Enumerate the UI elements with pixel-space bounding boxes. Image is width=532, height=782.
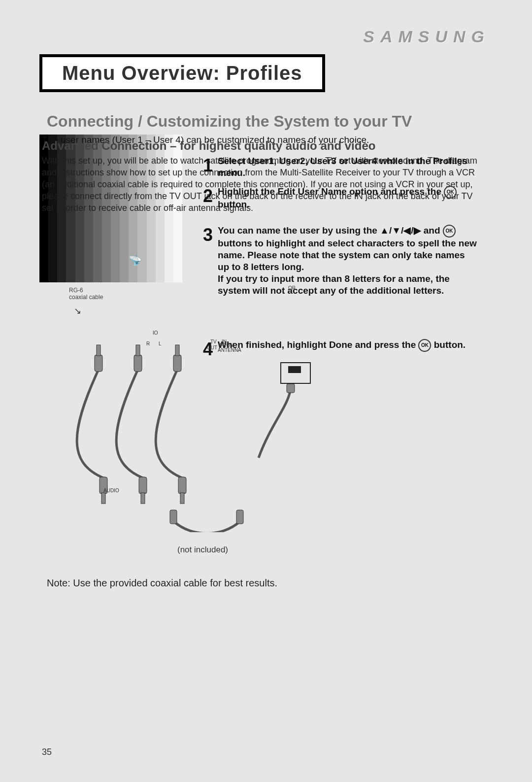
section-heading-overlap: Connecting / Customizing the System to y… [47, 112, 412, 131]
svg-rect-2 [134, 355, 142, 372]
step-number: 2 [203, 186, 218, 210]
step-text: Select User1, User2, User3 or User4 whil… [218, 155, 479, 179]
step-text-b: button. [218, 199, 249, 209]
page-title-box: Menu Overview: Profiles [39, 54, 325, 92]
svg-rect-7 [101, 493, 105, 504]
ok-icon: OK [418, 339, 431, 352]
brand-logo: SAMSUNG [363, 27, 490, 46]
svg-rect-10 [178, 477, 186, 494]
page-number: 35 [42, 747, 52, 757]
not-included-label: (not included) [177, 545, 228, 555]
rg6-label: RG-6 coaxial cable [69, 287, 103, 301]
step-number: 1 [203, 155, 218, 179]
footer-note: Note: Use the provided coaxial cable for… [47, 578, 277, 589]
step-2: 2 Highlight the Edit User Name option an… [203, 186, 479, 210]
step-text: You can name the user by using the ▲/▼/◀… [218, 225, 479, 297]
svg-rect-11 [180, 493, 184, 504]
svg-rect-3 [136, 345, 140, 356]
page-title: Menu Overview: Profiles [62, 62, 302, 84]
ok-icon: OK [443, 225, 456, 238]
audio-label: AUDIO [103, 488, 119, 493]
svg-rect-13 [236, 510, 243, 524]
step-3: 3 You can name the user by using the ▲/▼… [203, 225, 479, 297]
svg-rect-12 [170, 510, 177, 524]
step-text: Highlight the Edit User Name option and … [218, 186, 479, 210]
step-text-c: If you try to input more than 8 letters … [218, 273, 450, 296]
antenna-port-diagram [256, 362, 335, 484]
svg-rect-1 [97, 345, 100, 356]
or-label: OR [288, 285, 296, 291]
step-text-a: You can name the user by using the ▲/▼/◀… [218, 225, 443, 236]
step-text-b: button. [434, 340, 466, 350]
step-1: 1 Select User1, User2, User3 or User4 wh… [203, 155, 479, 179]
ok-icon: OK [444, 186, 457, 199]
svg-rect-14 [287, 384, 295, 393]
cable-diagram [39, 306, 266, 532]
step-number: 3 [203, 225, 218, 297]
antenna-port-icon [280, 362, 311, 384]
subheading-overlap: Advanced Connection – for highest qualit… [42, 139, 375, 153]
document-page: SAMSUNG Menu Overview: Profiles Connecti… [0, 0, 532, 782]
svg-rect-0 [95, 355, 102, 372]
svg-rect-5 [175, 345, 179, 356]
antenna-cable [256, 384, 335, 482]
step-text-a: Highlight the Edit User Name option and … [218, 186, 444, 197]
step-text-b: buttons to highlight and select characte… [218, 238, 477, 272]
svg-rect-9 [141, 493, 145, 504]
svg-rect-8 [139, 477, 147, 494]
svg-rect-4 [173, 355, 181, 372]
